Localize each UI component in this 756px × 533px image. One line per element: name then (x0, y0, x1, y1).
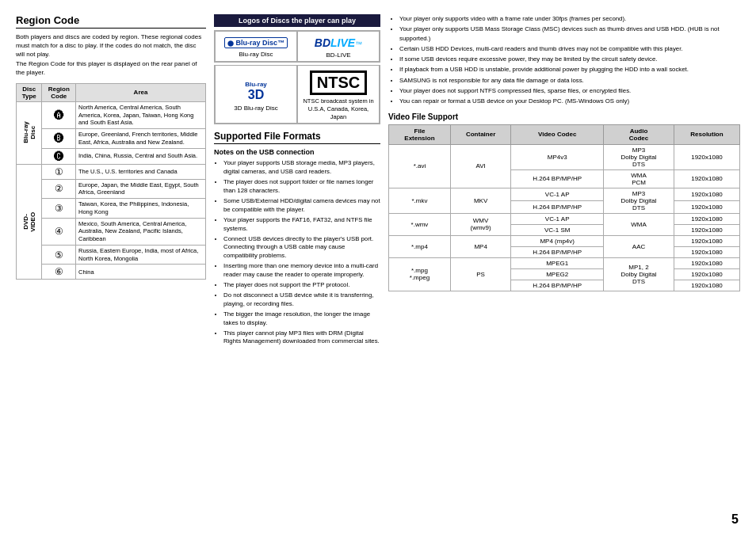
area-2: Europe, Japan, the Middle East, Egypt, S… (76, 179, 206, 199)
region-icon-1: ① (42, 164, 76, 179)
table-row: *.avi AVI MP4v3 MP3 Dolby Digital DTS 19… (389, 144, 740, 169)
res-6: 1920x1080 (674, 224, 739, 235)
logos-grid-top: ⬤ Blu-ray Disc™ Blu-ray Disc BDLIVE™ BD-… (214, 30, 380, 63)
col-container: Container (450, 124, 510, 144)
logo-3d: Blu-ray 3D 3D Blu-ray Disc (215, 65, 297, 124)
list-item: SAMSUNG is not responsible for any data … (399, 76, 740, 85)
area-a: North America, Central America, South Am… (76, 101, 206, 128)
codec-h264-3: H.264 BP/MP/HP (511, 246, 604, 257)
col-disc-type: Disc Type (17, 83, 42, 101)
area-b: Europe, Greenland, French territories, M… (76, 129, 206, 149)
list-item: If some USB devices require excessive po… (399, 55, 740, 63)
right-bullet-list: Your player only supports video with a f… (388, 14, 740, 106)
container-mkv: MKV (450, 188, 510, 213)
codec-vc1ap-2: VC-1 AP (511, 213, 604, 224)
region-icon-6: ⑥ (42, 265, 76, 280)
container-ps: PS (450, 257, 510, 291)
col-area: Area (76, 83, 206, 101)
codec-h264-2: H.264 BP/MP/HP (511, 200, 604, 213)
list-item: Connect USB devices directly to the play… (223, 235, 380, 261)
codec-mpeg1: MPEG1 (511, 257, 604, 268)
container-wmv: WMV(wmv9) (450, 213, 510, 235)
page-content: Region Code Both players and discs are c… (0, 0, 756, 533)
area-1: The U.S., U.S. territories and Canada (76, 164, 206, 179)
middle-column: Logos of Discs the player can play ⬤ Blu… (214, 14, 380, 525)
area-4: Mexico, South America, Central America, … (76, 218, 206, 245)
ntsc-logo-image: NTSC (310, 70, 367, 95)
table-row: ⑤ Russia, Eastern Europe, India, most of… (17, 245, 206, 265)
res-8: 1920x1080 (674, 246, 739, 257)
codec-mp4v: MP4 (mp4v) (511, 235, 604, 246)
audio-mp3-dd-dts-2: MP3 Dolby Digital DTS (604, 188, 674, 213)
res-1: 1920x1080 (674, 144, 739, 169)
list-item: This player cannot play MP3 files with D… (223, 329, 380, 347)
list-item: Your player supports USB storage media, … (223, 159, 380, 177)
disc-type-bluray: Blu-rayDisc (17, 101, 42, 164)
logo-ntsc: NTSC NTSC broadcast system in U.S.A, Can… (297, 65, 380, 124)
bdlive-logo-image: BDLIVE™ (315, 36, 362, 49)
list-item: Certain USB HDD Devices, multi-card read… (399, 44, 740, 53)
area-3: Taiwan, Korea, the Philippines, Indonesi… (76, 199, 206, 219)
bluray-3d-label: 3D Blu-ray Disc (234, 105, 278, 112)
disc-type-dvd: DVD-VIDEO (17, 164, 42, 280)
container-mp4: MP4 (450, 235, 510, 257)
list-item: Do not disconnect a USB device while it … (223, 291, 380, 309)
list-item: Inserting more than one memory device in… (223, 262, 380, 280)
list-item: Your player does not support NTFS compre… (399, 86, 740, 95)
usb-bullets: Your player supports USB storage media, … (214, 159, 380, 346)
region-code-description: Both players and discs are coded by regi… (16, 32, 206, 77)
audio-aac: AAC (604, 235, 674, 257)
region-icon-5: ⑤ (42, 245, 76, 265)
res-9: 1920x1080 (674, 257, 739, 268)
audio-mp1-dd-dts: MP1, 2 Dolby Digital DTS (604, 257, 674, 291)
table-row: Blu-rayDisc 🅐 North America, Central Ame… (17, 101, 206, 128)
res-3: 1920x1080 (674, 188, 739, 200)
logo-bdlive: BDLIVE™ BD-LIVE (297, 31, 380, 62)
col-file-extension: FileExtension (389, 124, 451, 144)
res-10: 1920x1080 (674, 268, 739, 280)
video-file-support-table: FileExtension Container Video Codec Audi… (388, 124, 740, 291)
table-row: *.mp4 MP4 MP4 (mp4v) AAC 1920x1080 (389, 235, 740, 246)
audio-wma-pcm: WMA PCM (604, 169, 674, 188)
area-5: Russia, Eastern Europe, India, most of A… (76, 245, 206, 265)
list-item: Your player only supports USB Mass Stora… (399, 25, 740, 43)
logo-bluray: ⬤ Blu-ray Disc™ Blu-ray Disc (215, 31, 297, 62)
list-item: The bigger the image resolution, the lon… (223, 310, 380, 328)
audio-wma: WMA (604, 213, 674, 235)
list-item: Your player only supports video with a f… (399, 14, 740, 23)
codec-vc1ap-1: VC-1 AP (511, 188, 604, 200)
table-row: *.wmv WMV(wmv9) VC-1 AP WMA 1920x1080 (389, 213, 740, 224)
list-item: If playback from a USB HDD is unstable, … (399, 65, 740, 74)
region-icon-4: ④ (42, 218, 76, 245)
ext-wmv: *.wmv (389, 213, 451, 235)
right-column: Your player only supports video with a f… (388, 14, 740, 525)
list-item: Some USB/External HDD/digital camera dev… (223, 197, 380, 215)
region-code-title: Region Code (16, 14, 206, 29)
res-11: 1920x1080 (674, 280, 739, 291)
table-row: ③ Taiwan, Korea, the Philippines, Indone… (17, 199, 206, 219)
area-6: China (76, 265, 206, 280)
left-column: Region Code Both players and discs are c… (16, 14, 206, 525)
list-item: You can repair or format a USB device on… (399, 97, 740, 105)
table-row: DVD-VIDEO ① The U.S., U.S. territories a… (17, 164, 206, 179)
col-video-codec: Video Codec (511, 124, 604, 144)
table-row: ⑥ China (17, 265, 206, 280)
res-2: 1920x1080 (674, 169, 739, 188)
col-region-code: Region Code (42, 83, 76, 101)
supported-formats-title: Supported File Formats (214, 131, 380, 144)
bluray-logo-image: ⬤ Blu-ray Disc™ (224, 37, 288, 48)
table-row: *.mkv MKV VC-1 AP MP3 Dolby Digital DTS … (389, 188, 740, 200)
codec-h264-4: H.264 BP/MP/HP (511, 280, 604, 291)
video-file-support-title: Video File Support (388, 112, 740, 121)
logos-title: Logos of Discs the player can play (214, 14, 380, 27)
audio-mp3-dd-dts: MP3 Dolby Digital DTS (604, 144, 674, 169)
ext-mkv: *.mkv (389, 188, 451, 213)
codec-mp4v3: MP4v3 (511, 144, 604, 169)
res-7: 1920x1080 (674, 235, 739, 246)
list-item: The player does not support the PTP prot… (223, 281, 380, 290)
region-icon-3: ③ (42, 199, 76, 219)
ext-mpg: *.mpg*.mpeg (389, 257, 451, 291)
col-resolution: Resolution (674, 124, 739, 144)
logos-grid-bottom: Blu-ray 3D 3D Blu-ray Disc NTSC NTSC bro… (214, 65, 380, 124)
ext-mp4: *.mp4 (389, 235, 451, 257)
